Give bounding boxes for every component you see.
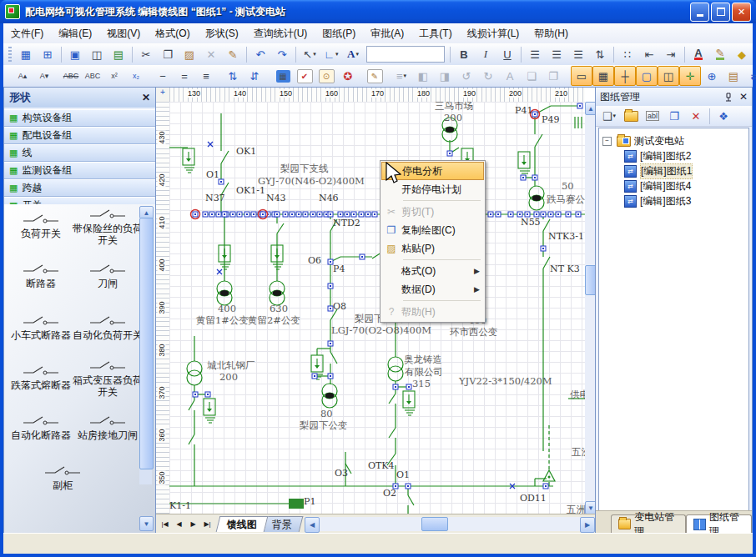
diagram-label[interactable]: 有限公司 xyxy=(405,366,443,378)
rename-icon[interactable]: abl xyxy=(642,106,663,126)
diagram-label[interactable]: NTK3-1 xyxy=(548,231,584,242)
transformer-symbol[interactable] xyxy=(187,370,202,385)
pan-window-toggle-icon[interactable]: ✛ xyxy=(679,66,701,86)
connection-node[interactable] xyxy=(360,213,362,215)
diagram-label[interactable]: N37 xyxy=(205,193,225,203)
flip-vertical-icon[interactable]: ◨ xyxy=(434,66,456,86)
connection-node[interactable] xyxy=(361,256,363,258)
transformer-core[interactable] xyxy=(220,290,229,296)
text-tool-icon[interactable]: A xyxy=(342,44,364,64)
close-icon[interactable]: ✕ xyxy=(739,91,748,103)
grow-font-icon[interactable]: A▴ xyxy=(12,66,33,86)
diagram-label[interactable]: OD11 xyxy=(520,493,547,504)
connection-node[interactable] xyxy=(285,213,286,215)
tree-item-drawing[interactable]: ⇄[编辑]图纸3 xyxy=(599,193,748,208)
transformer-core[interactable] xyxy=(446,127,455,133)
guides-toggle-icon[interactable]: ┼ xyxy=(614,66,636,86)
menu-item-10[interactable]: 线损计算(L) xyxy=(460,24,527,43)
diagram-label[interactable]: P1 xyxy=(304,496,315,507)
grounding-box-symbol[interactable] xyxy=(222,255,227,258)
stencil-item[interactable]: 站房接地刀闸 xyxy=(73,414,143,441)
menu-item-7[interactable]: 图纸(P) xyxy=(315,24,363,43)
diagram-label[interactable]: 环市西公变 xyxy=(450,326,498,338)
shape-name-combo[interactable] xyxy=(366,46,445,63)
diagram-label[interactable]: LGJ-70(O2-O8)400M xyxy=(331,324,431,336)
switch-symbol[interactable] xyxy=(543,257,550,268)
connection-node[interactable] xyxy=(330,261,331,263)
connection-node[interactable] xyxy=(246,213,248,215)
diagram-label[interactable]: 黄留1#公变 xyxy=(196,314,249,326)
diagram-label[interactable]: 三鸟市场 xyxy=(435,102,473,112)
last-page-button[interactable]: ▶| xyxy=(200,517,214,530)
diagram-label[interactable]: OK1 xyxy=(236,146,256,157)
align-right-icon[interactable]: ☰ xyxy=(567,44,589,64)
diagram-label[interactable]: P49 xyxy=(542,114,559,125)
connection-node[interactable] xyxy=(577,213,579,215)
connection-node[interactable] xyxy=(291,213,293,215)
connection-node[interactable] xyxy=(527,213,528,215)
align-shapes-icon[interactable]: ≡ xyxy=(391,66,412,86)
connection-node[interactable] xyxy=(367,213,369,215)
alarm-node[interactable] xyxy=(262,213,264,215)
connection-node[interactable] xyxy=(542,213,544,215)
diagram-label[interactable]: O8 xyxy=(333,301,346,312)
connection-node[interactable] xyxy=(330,308,331,309)
send-back-icon[interactable]: ❐ xyxy=(542,66,564,86)
connection-node[interactable] xyxy=(374,213,375,215)
underline-icon[interactable]: U xyxy=(496,44,518,64)
switch-symbol[interactable] xyxy=(389,394,396,404)
open-drawing-icon[interactable] xyxy=(620,106,642,126)
diagram-label[interactable]: 200 xyxy=(219,371,238,383)
diagram-label[interactable]: 630 xyxy=(270,303,288,314)
font-color-icon[interactable]: A xyxy=(688,44,709,64)
shape-group-跨越[interactable]: ▦跨越 xyxy=(4,179,155,197)
fill-color-icon[interactable]: ◆ xyxy=(731,44,753,64)
connection-node[interactable] xyxy=(395,386,396,388)
delete-drawing-icon[interactable]: ✕ xyxy=(685,106,707,126)
connection-node[interactable] xyxy=(550,213,552,215)
diagram-label[interactable]: P4 xyxy=(333,263,345,274)
menu-item-5[interactable]: 形状(S) xyxy=(198,24,246,43)
connection-node[interactable] xyxy=(353,213,355,215)
minimize-button[interactable] xyxy=(690,3,709,22)
subscript-icon[interactable]: x₂ xyxy=(125,66,147,86)
connection-node[interactable] xyxy=(319,213,320,215)
stencil-item[interactable]: 小车式断路器 xyxy=(6,314,76,341)
superscript-icon[interactable]: x² xyxy=(103,66,125,86)
diagram-label[interactable]: O6 xyxy=(308,255,321,266)
diagram-label[interactable]: OTK4 xyxy=(368,460,395,471)
find-drawing-icon[interactable]: ⊙ xyxy=(315,66,337,86)
connection-points-icon[interactable]: ⇄ xyxy=(744,66,756,86)
italic-icon[interactable]: I xyxy=(475,44,496,64)
diagram-label[interactable]: GYJ-70(N46-O2)400M xyxy=(258,175,365,187)
shape-group-构筑设备组[interactable]: ▦构筑设备组 xyxy=(4,109,155,127)
line-spacing-15-icon[interactable]: = xyxy=(174,66,195,86)
connection-node[interactable] xyxy=(340,213,341,215)
connection-node[interactable] xyxy=(298,213,300,215)
menu-item-8[interactable]: 审批(A) xyxy=(363,24,411,43)
connection-node[interactable] xyxy=(545,485,547,487)
switch-symbol[interactable] xyxy=(330,352,337,364)
next-page-button[interactable]: ▶ xyxy=(186,517,200,530)
switch-symbol[interactable] xyxy=(389,428,396,438)
connection-node[interactable] xyxy=(276,213,278,215)
grounding-box-symbol[interactable] xyxy=(186,158,191,162)
print-preview-icon[interactable]: ◫ xyxy=(86,44,108,64)
vertical-text-icon[interactable]: ⇅ xyxy=(589,44,611,64)
stencil-item[interactable]: 刀闸 xyxy=(73,263,143,289)
feeder-diagram[interactable]: 三鸟市场200P41P49OK1O1OK1-1梨园下支线GYJ-70(N46-O… xyxy=(169,102,585,516)
rotate-text-icon[interactable]: A xyxy=(499,66,521,86)
stencil-item[interactable]: 跌落式熔断器 xyxy=(6,364,76,391)
toolbar-grip[interactable] xyxy=(8,47,12,62)
stencil-scroll-thumb[interactable] xyxy=(139,218,154,469)
context-menu-item-复制绘图(C)[interactable]: ❐复制绘图(C) xyxy=(381,221,484,239)
tree-expand-icon[interactable]: − xyxy=(602,137,612,146)
connection-node[interactable] xyxy=(232,213,234,215)
switch-symbol[interactable] xyxy=(189,434,194,444)
stencil-item[interactable]: 带保险丝的负荷开关 xyxy=(73,208,143,246)
connection-node[interactable] xyxy=(330,285,331,287)
stencil-item[interactable]: 断路器 xyxy=(6,263,76,289)
diagram-label[interactable]: N55 xyxy=(521,217,541,228)
zoom-fit-icon[interactable]: ⊕ xyxy=(701,66,723,86)
stamp-icon[interactable]: ✪ xyxy=(337,66,359,86)
